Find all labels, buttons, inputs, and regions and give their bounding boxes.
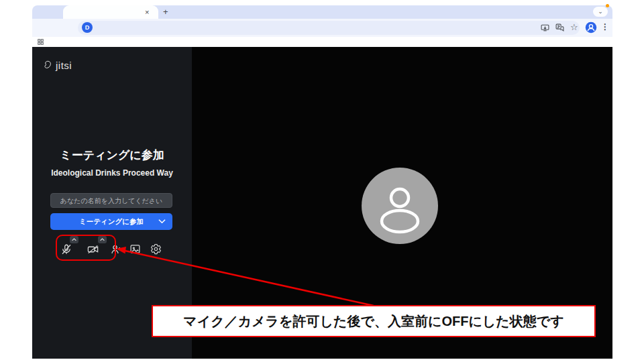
browser-menu-icon[interactable]: ⋮ [601, 22, 609, 32]
profile-avatar[interactable] [585, 21, 597, 34]
annotation-highlight-box [56, 235, 116, 261]
annotation-callout-text: マイク／カメラを許可した後で、入室前にOFFにした状態です [153, 312, 594, 330]
display-name-input[interactable] [50, 193, 172, 208]
settings-gear-icon[interactable] [150, 243, 162, 255]
new-tab-button[interactable]: + [163, 6, 168, 18]
jitsi-logo-text: jitsi [56, 60, 72, 71]
jitsi-logo-icon [43, 60, 53, 70]
apps-grid-icon[interactable] [38, 39, 44, 45]
install-icon[interactable] [541, 23, 549, 32]
bookmarks-bar [32, 37, 612, 47]
jitsi-logo[interactable]: jitsi [43, 59, 72, 71]
site-favicon: D [82, 22, 93, 33]
join-options-chevron-icon[interactable] [158, 219, 166, 224]
bookmark-star-icon[interactable]: ☆ [570, 22, 579, 31]
select-background-icon[interactable] [129, 243, 142, 255]
annotation-callout-box: マイク／カメラを許可した後で、入室前にOFFにした状態です [152, 305, 596, 337]
address-bar[interactable] [78, 21, 580, 35]
join-meeting-button[interactable]: ミーティングに参加 [50, 213, 172, 230]
tab-close-icon[interactable]: × [145, 7, 149, 17]
tab-search-chevron-icon[interactable]: ⌄ [593, 7, 608, 17]
meeting-name: Ideological Drinks Proceed Way [32, 168, 192, 178]
translate-icon[interactable] [555, 23, 564, 32]
browser-tab[interactable] [63, 5, 158, 19]
update-notification-dot [606, 4, 609, 7]
prejoin-heading: ミーティングに参加 [32, 147, 192, 163]
participant-avatar [362, 168, 438, 244]
